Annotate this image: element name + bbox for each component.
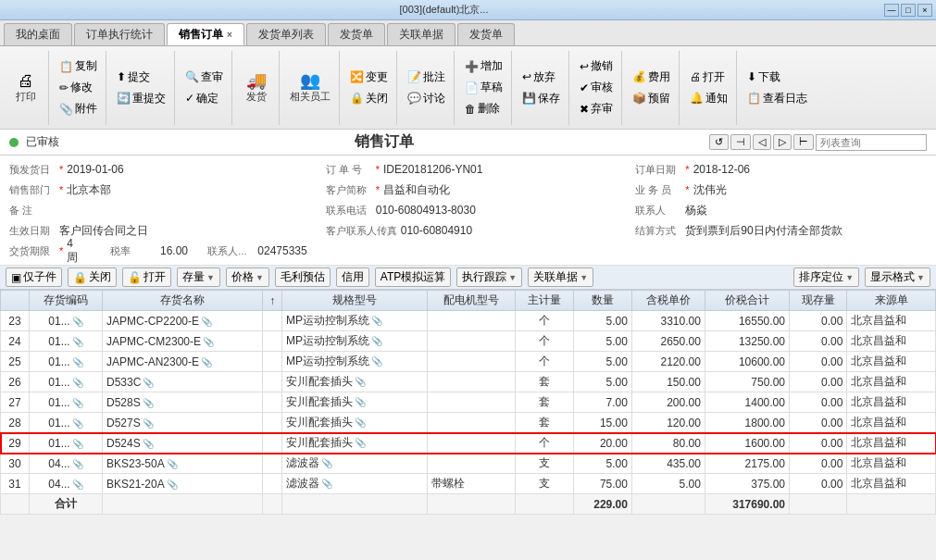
th-unit[interactable]: 主计量	[516, 291, 573, 311]
th-model[interactable]: 配电机型号	[427, 291, 516, 311]
save-button[interactable]: 💾 保存	[518, 89, 565, 108]
print-button[interactable]: 🖨 打印	[7, 69, 44, 106]
restore-button[interactable]: ↩ 放弃	[518, 68, 565, 87]
delete-button[interactable]: 🗑 删除	[460, 99, 507, 118]
toolbar-group-submit: ⬆ 提交 🔄 重提交	[108, 51, 175, 125]
abandon-button[interactable]: ✖ 弃审	[575, 99, 618, 118]
add-button[interactable]: ➕ 增加	[460, 56, 507, 76]
spec-clip-icon: 📎	[355, 417, 366, 428]
table-row[interactable]: 2601...📎D533C📎安川配套插头📎套5.00150.00750.000.…	[1, 372, 936, 392]
customer-required: *	[376, 184, 380, 195]
table-row[interactable]: 3004...📎BKS23-50A📎滤波器📎支5.00435.002175.00…	[1, 454, 936, 474]
last-btn[interactable]: ⊢	[793, 134, 814, 150]
spec-clip-icon: 📎	[371, 336, 382, 346]
close-window-btn[interactable]: ×	[917, 4, 932, 17]
rel-btn[interactable]: 关联单据 ▼	[528, 268, 593, 287]
cell-stock: 0.00	[789, 474, 846, 494]
notify-button[interactable]: 🔔 通知	[685, 89, 732, 108]
first-btn[interactable]: ⊣	[730, 134, 751, 150]
table-open-btn[interactable]: 🔓 打开	[122, 268, 171, 287]
th-spec[interactable]: 规格型号	[282, 291, 428, 311]
change-button[interactable]: 🔀 变更	[345, 68, 393, 87]
batch-button[interactable]: 📝 批注	[403, 68, 450, 87]
refresh-btn[interactable]: ↺	[709, 134, 729, 150]
cell-spec: MP运动控制系统📎	[282, 331, 428, 352]
sort-btn[interactable]: 排序定位 ▼	[793, 268, 859, 287]
table-row[interactable]: 2901...📎D524S📎安川配套插头📎个20.0080.001600.000…	[1, 433, 936, 454]
cell-name: D528S📎	[102, 392, 262, 413]
draft-button[interactable]: 📄 草稿	[460, 78, 507, 97]
table-row[interactable]: 2701...📎D528S📎安川配套插头📎套7.00200.001400.000…	[1, 392, 936, 413]
prev-btn[interactable]: ◁	[753, 134, 771, 150]
status-text: 已审核	[26, 134, 59, 150]
related-person-button[interactable]: 👥 相关员工	[285, 69, 335, 106]
stock-btn[interactable]: 存量 ▼	[177, 268, 220, 287]
table-row[interactable]: 2501...📎JAPMC-AN2300-E📎MP运动控制系统📎个5.00212…	[1, 352, 936, 372]
fee-icon: 💰	[632, 70, 646, 83]
search-input[interactable]	[816, 134, 927, 151]
form-row-orderdate: 订单日期 * 2018-12-06	[635, 159, 927, 180]
price-btn[interactable]: 价格 ▼	[226, 268, 269, 287]
th-total[interactable]: 价税合计	[705, 291, 789, 311]
review-button[interactable]: 🔍 查审	[181, 68, 228, 87]
minimize-btn[interactable]: —	[884, 4, 899, 17]
settlement-label: 结算方式	[635, 224, 681, 238]
nav-buttons: ↺ ⊣ ◁ ▷ ⊢	[709, 134, 927, 151]
th-qty[interactable]: 数量	[573, 291, 631, 311]
ship-button[interactable]: 🚚 发货	[238, 69, 275, 106]
view-log-button[interactable]: 📋 查看日志	[743, 89, 812, 108]
confirm-button[interactable]: ✓ 确定	[181, 89, 228, 108]
credit-btn[interactable]: 信用	[336, 268, 369, 287]
table-row[interactable]: 2401...📎JAPMC-CM2300-E📎MP运动控制系统📎个5.00265…	[1, 331, 936, 352]
cell-price: 2120.00	[631, 352, 705, 372]
audit-button[interactable]: ✔ 审核	[575, 78, 618, 97]
atp-btn[interactable]: ATP模拟运算	[375, 268, 451, 287]
th-stock[interactable]: 现存量	[789, 291, 846, 311]
discuss-button[interactable]: 💬 讨论	[403, 89, 450, 108]
tab-sales[interactable]: 销售订单 ×	[167, 23, 244, 45]
th-name[interactable]: 存货名称	[102, 291, 262, 311]
close-button[interactable]: 🔒 关闭	[345, 89, 393, 108]
tab-desk[interactable]: 我的桌面	[4, 23, 72, 45]
clip-icon: 📎	[72, 398, 83, 408]
table-row[interactable]: 2301...📎JAPMC-CP2200-E📎MP运动控制系统📎个5.00331…	[1, 311, 936, 331]
form-row-orderno: 订 单 号 * IDE20181206-YN01	[326, 159, 618, 180]
download-button[interactable]: ⬇ 下载	[743, 68, 812, 87]
resubmit-button[interactable]: 🔄 重提交	[112, 89, 170, 108]
dept-value: 北京本部	[67, 182, 111, 198]
table-row[interactable]: 2801...📎D527S📎安川配套插头📎套15.00120.001800.00…	[1, 413, 936, 433]
tab-shipping-list[interactable]: 发货单列表	[246, 23, 326, 45]
sort-arrow: ▼	[845, 273, 854, 282]
sub-btn[interactable]: ▣ 仅子件	[6, 268, 62, 287]
reserve-button[interactable]: 📦 预留	[628, 89, 675, 108]
fax-value: 010-60804910	[401, 224, 472, 237]
tab-shipping2[interactable]: 发货单	[457, 23, 515, 45]
th-source[interactable]: 来源单	[847, 291, 936, 311]
edit-button[interactable]: ✏ 修改	[55, 78, 102, 97]
revoke-button[interactable]: ↩ 撤销	[575, 56, 618, 76]
gross-btn[interactable]: 毛利预估	[275, 268, 331, 287]
table-header-row: 存货编码 存货名称 ↑ 规格型号 配电机型号 主计量 数量 含税单价 价税合计 …	[1, 291, 936, 311]
next-btn[interactable]: ▷	[773, 134, 792, 150]
print-open-button[interactable]: 🖨 打开	[685, 68, 732, 87]
delete-icon: 🗑	[465, 103, 476, 116]
copy-button[interactable]: 📋 复制	[55, 56, 102, 76]
exec-btn[interactable]: 执行跟踪 ▼	[456, 268, 522, 287]
cell-model	[427, 433, 516, 454]
table-close-btn[interactable]: 🔒 关闭	[68, 268, 117, 287]
fee-button[interactable]: 💰 费用	[628, 68, 675, 87]
attach-button[interactable]: 📎 附件	[55, 99, 102, 118]
th-sort[interactable]: ↑	[263, 291, 282, 311]
tab-exec[interactable]: 订单执行统计	[74, 23, 165, 45]
th-code[interactable]: 存货编码	[29, 291, 102, 311]
th-price[interactable]: 含税单价	[631, 291, 705, 311]
edit-icon: ✏	[59, 81, 69, 94]
tab-close-sales[interactable]: ×	[227, 30, 232, 40]
submit-button[interactable]: ⬆ 提交	[112, 68, 170, 87]
stock-arrow: ▼	[206, 273, 215, 282]
table-row[interactable]: 3104...📎BKS21-20A📎滤波器📎带螺栓支75.005.00375.0…	[1, 474, 936, 494]
display-btn[interactable]: 显示格式 ▼	[865, 268, 930, 287]
maximize-btn[interactable]: □	[901, 4, 916, 17]
tab-related[interactable]: 关联单据	[387, 23, 456, 45]
tab-shipping1[interactable]: 发货单	[328, 23, 385, 45]
